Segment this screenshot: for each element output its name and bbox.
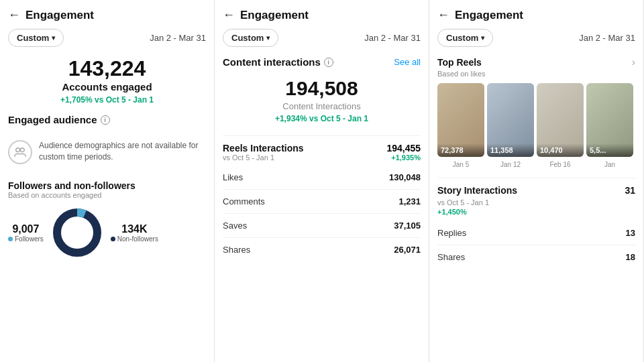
followers-title: Followers and non-followers [8, 180, 206, 191]
story-title: Story Interactions [437, 185, 517, 196]
content-interactions-change: +1,934% vs Oct 5 - Jan 1 [223, 114, 421, 123]
reel-overlay-1: 11,358 [487, 143, 534, 157]
reel-overlay-2: 10,470 [537, 143, 584, 157]
content-interactions-number: 194,508 [223, 77, 421, 100]
reel-date-2: Feb 16 [537, 161, 584, 168]
audience-icon [8, 140, 32, 164]
reel-count-3: 5,5... [590, 146, 630, 154]
svg-point-1 [20, 148, 24, 152]
nonfollowers-label: Non-followers [111, 235, 158, 243]
chevron-down-icon-1: ▾ [52, 34, 55, 42]
toolbar-2: Custom ▾ Jan 2 - Mar 31 [223, 29, 421, 47]
top-reels-title: Top Reels [437, 57, 482, 68]
accounts-engaged-change: +1,705% vs Oct 5 - Jan 1 [8, 95, 206, 105]
story-vs: vs Oct 5 - Jan 1 [437, 198, 635, 206]
date-range-2: Jan 2 - Mar 31 [364, 33, 421, 43]
story-section: Story Interactions 31 vs Oct 5 - Jan 1 +… [437, 178, 635, 269]
reel-card-1[interactable]: 11,358 [487, 83, 534, 157]
custom-dropdown-2[interactable]: Custom ▾ [223, 29, 278, 47]
reel-card-3[interactable]: 5,5... [586, 83, 633, 157]
header-1: ← Engagement [8, 8, 206, 22]
nonfollowers-dot [111, 237, 115, 241]
stat-row-shares: Shares 26,071 [223, 238, 421, 261]
reel-count-2: 10,470 [540, 146, 580, 154]
stat-label-shares: Shares [223, 245, 250, 255]
reel-count-0: 72,378 [441, 146, 481, 154]
reels-value: 194,455 [386, 143, 421, 154]
story-label-replies: Replies [437, 228, 466, 238]
reel-overlay-3: 5,5... [586, 143, 633, 157]
followers-dot [8, 237, 13, 241]
accounts-engaged-label: Accounts engaged [8, 81, 206, 93]
svg-point-2 [57, 213, 97, 253]
story-value-shares: 18 [626, 252, 635, 262]
back-button-1[interactable]: ← [8, 8, 20, 22]
reel-date-1: Jan 12 [487, 161, 534, 168]
ci-change-vs: vs Oct 5 - Jan 1 [309, 114, 368, 123]
story-label-shares: Shares [437, 252, 465, 262]
reels-change: +1,935% [386, 154, 421, 162]
content-interactions-title: Content interactions i [223, 56, 333, 68]
story-count: 31 [625, 185, 635, 196]
change-value-1: +1,705% [60, 95, 93, 105]
reel-overlay-0: 72,378 [437, 143, 484, 157]
page-title-3: Engagement [455, 9, 523, 22]
donut-row: 9,007 Followers 134K Non-follow [8, 206, 206, 259]
toolbar-1: Custom ▾ Jan 2 - Mar 31 [8, 29, 206, 47]
stat-label-comments: Comments [223, 196, 265, 206]
header-2: ← Engagement [223, 8, 421, 22]
reels-strip: 72,378 11,358 10,470 5,5... [437, 83, 635, 157]
nonfollowers-count: 134K [111, 223, 158, 235]
reel-date-3: Jan [586, 161, 633, 168]
back-button-2[interactable]: ← [223, 8, 235, 22]
custom-label-1: Custom [17, 33, 49, 43]
chevron-right-icon[interactable]: › [632, 56, 635, 68]
stat-label-likes: Likes [223, 172, 243, 182]
story-stat-shares: Shares 18 [437, 245, 635, 269]
reel-date-0: Jan 5 [437, 161, 484, 168]
see-all-button[interactable]: See all [394, 57, 421, 67]
reels-label: Reels Interactions [223, 143, 304, 154]
top-reels-header: Top Reels › [437, 56, 635, 68]
content-interactions-header: Content interactions i See all [223, 56, 421, 68]
panel-1: ← Engagement Custom ▾ Jan 2 - Mar 31 143… [0, 0, 215, 362]
chevron-down-icon-3: ▾ [481, 34, 484, 42]
info-icon-2: i [324, 58, 333, 67]
ci-change-value: +1,934% [275, 114, 307, 123]
date-range-3: Jan 2 - Mar 31 [579, 33, 635, 43]
reels-value-block: 194,455 +1,935% [386, 143, 421, 162]
info-icon-1: i [101, 115, 110, 125]
custom-dropdown-3[interactable]: Custom ▾ [437, 29, 493, 47]
back-button-3[interactable]: ← [437, 8, 449, 22]
stats-list: Likes 130,048 Comments 1,231 Saves 37,10… [223, 166, 421, 261]
reels-interactions-row: Reels Interactions vs Oct 5 - Jan 1 194,… [223, 135, 421, 166]
audience-demo-box: Audience demographics are not available … [8, 133, 206, 171]
toolbar-3: Custom ▾ Jan 2 - Mar 31 [437, 29, 635, 47]
stat-value-likes: 130,048 [389, 172, 421, 182]
stat-value-saves: 37,105 [394, 221, 421, 231]
stat-row-likes: Likes 130,048 [223, 166, 421, 190]
followers-count: 9,007 [8, 223, 44, 235]
page-title-1: Engagement [25, 9, 94, 22]
followers-section: Followers and non-followers Based on acc… [8, 180, 206, 259]
stat-label-saves: Saves [223, 221, 247, 231]
demo-text: Audience demographics are not available … [39, 140, 206, 163]
reel-card-0[interactable]: 72,378 [437, 83, 484, 157]
donut-chart [50, 206, 104, 259]
followers-label-item: 9,007 Followers [8, 223, 44, 243]
reel-card-2[interactable]: 10,470 [537, 83, 584, 157]
stat-value-comments: 1,231 [398, 196, 421, 206]
followers-label: Followers [8, 235, 44, 243]
custom-dropdown-1[interactable]: Custom ▾ [8, 29, 64, 47]
followers-subtitle: Based on accounts engaged [8, 191, 206, 199]
change-vs-1: vs Oct 5 - Jan 1 [95, 95, 154, 105]
story-stat-replies: Replies 13 [437, 221, 635, 245]
custom-label-3: Custom [446, 33, 478, 43]
reel-dates-row: Jan 5 Jan 12 Feb 16 Jan [437, 161, 635, 168]
stat-row-comments: Comments 1,231 [223, 190, 421, 214]
accounts-engaged-number: 143,224 [8, 56, 206, 81]
top-reels-subtitle: Based on likes [437, 70, 635, 78]
panel-2: ← Engagement Custom ▾ Jan 2 - Mar 31 Con… [215, 0, 429, 362]
reel-count-1: 11,358 [490, 146, 531, 154]
panel-3: ← Engagement Custom ▾ Jan 2 - Mar 31 Top… [429, 0, 644, 362]
